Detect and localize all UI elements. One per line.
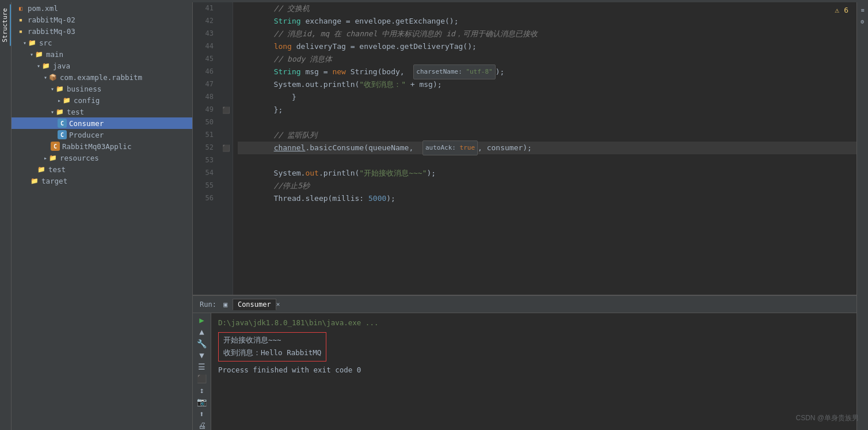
plain-46d: ); (496, 66, 505, 78)
run-wrench-button[interactable]: 🔧 (196, 339, 208, 348)
code-line-42: String exchange = envelope.getExchange()… (238, 15, 856, 28)
gutter-52: ⬛ (222, 142, 231, 154)
folder-icon-main: 📁 (35, 50, 44, 59)
sidebar-item-java[interactable]: ▾ 📁 java (12, 60, 192, 71)
sidebar-label-consumer: Consumer (69, 119, 104, 128)
code-line-44: long deliveryTag = envelope.getDeliveryT… (238, 40, 856, 53)
run-camera-button[interactable]: 📷 (196, 397, 208, 406)
plain-44a (238, 40, 274, 53)
sidebar-item-test[interactable]: ▾ 📁 test (12, 106, 192, 117)
run-print-button[interactable]: 🖨 (196, 421, 208, 430)
gutter-48 (222, 91, 231, 104)
line-num-44: 44 (193, 40, 217, 53)
line-num-53: 53 (193, 154, 217, 167)
sidebar-item-config[interactable]: ▸ 📁 config (12, 94, 192, 106)
code-content-area[interactable]: // 交换机 String exchange = envelope.getExc… (233, 2, 856, 295)
plain-49: }; (238, 104, 283, 116)
sidebar-item-rabbitmq03[interactable]: ▪ rabbitMq-03 (12, 25, 192, 37)
editor-wrapper: ⚠ 6 41 42 43 44 45 46 47 48 49 50 51 52 … (193, 2, 856, 430)
sidebar-item-resources[interactable]: ▸ 📁 resources (12, 152, 192, 163)
vtab-btn-2[interactable]: ⚙ (858, 16, 868, 26)
sidebar-label-business: business (67, 85, 101, 93)
line-num-50: 50 (193, 116, 217, 129)
sidebar-label-rabbitmq03: rabbitMq-03 (28, 27, 75, 36)
run-down-button[interactable]: ▼ (196, 351, 208, 360)
sidebar-item-rabbitmq03applic[interactable]: C RabbitMq03Applic (12, 140, 192, 152)
sidebar-item-consumer[interactable]: C Consumer (12, 117, 192, 129)
gutter-50 (222, 116, 231, 129)
plain-46b: msg = (301, 66, 333, 78)
arrow-right-icon: ▸ (58, 97, 61, 104)
line-num-48: 48 (193, 91, 217, 104)
run-scroll-button[interactable]: ↕ (196, 386, 208, 395)
run-panel: Run: ▣ Consumer ✕ ▶ ▲ 🔧 ▼ ☰ ⬛ ↕ 📷 ⬆ (193, 295, 856, 430)
sidebar-item-testfolder[interactable]: 📁 test (12, 163, 192, 175)
sidebar-item-business[interactable]: ▾ 📁 business (12, 83, 192, 94)
sidebar-item-producer[interactable]: C Producer (12, 129, 192, 140)
folder-icon-java: 📁 (41, 61, 51, 70)
code-line-49: }; (238, 104, 856, 116)
gutter-53 (222, 154, 231, 167)
run-play-button[interactable]: ▶ (196, 315, 208, 325)
plain-42a: exchange = envelope.getExchange(); (301, 15, 459, 28)
gutter-55 (222, 180, 231, 192)
run-tabs-bar: Run: ▣ Consumer ✕ (193, 296, 856, 313)
line-42-content (238, 15, 274, 28)
code-line-45: // body 消息体 (238, 53, 856, 66)
gutter-47 (222, 78, 231, 91)
class-c-blue-icon: C (58, 119, 67, 128)
sidebar-item-target[interactable]: 📁 target (12, 175, 192, 187)
console-icon: ▣ (221, 300, 230, 309)
plain-48: } (238, 91, 296, 104)
vtab-btn-1[interactable]: ≡ (858, 5, 868, 15)
sidebar-label-pom-xml: pom.xml (28, 4, 58, 13)
line-num-56: 56 (193, 192, 217, 205)
sidebar-item-package[interactable]: ▾ 📦 com.example.rabbitm (12, 71, 192, 83)
autoconsume-box: autoAck: true (422, 140, 478, 155)
sidebar-item-rabbitmq02[interactable]: ▪ rabbitMq-02 (12, 14, 192, 25)
plain-54c: ); (427, 167, 436, 180)
run-tab-close[interactable]: ✕ (276, 300, 280, 308)
run-tab-consumer[interactable]: Consumer (233, 299, 276, 310)
gutter-43 (222, 28, 231, 40)
sidebar-label-test: test (67, 108, 84, 116)
sidebar-item-pom-xml[interactable]: ◧ pom.xml (12, 2, 192, 14)
sidebar-label-config: config (74, 96, 100, 105)
sidebar-label-producer: Producer (69, 131, 104, 139)
run-sortup-button[interactable]: ⬆ (196, 409, 208, 418)
code-line-55: //停止5秒 (238, 180, 856, 192)
folder-icon-src: 📁 (28, 38, 37, 47)
line-num-54: 54 (193, 167, 217, 180)
line-num-52: 52 (193, 142, 217, 154)
line-num-46: 46 (193, 66, 217, 78)
plain-47b: + msg); (406, 78, 442, 91)
sidebar-label-src: src (39, 39, 52, 47)
folder-icon-test2: 📁 (37, 165, 46, 174)
comment-51: // 监听队列 (238, 129, 317, 142)
sidebar-item-main[interactable]: ▾ 📁 main (12, 48, 192, 60)
code-line-47: System.out.println("收到消息：" + msg); (238, 78, 856, 91)
output-boxed: 开始接收消息~~~ 收到消息：Hello RabbitMQ (218, 330, 850, 364)
watermark: CSDN @单身贵族男 (795, 413, 859, 423)
run-output[interactable]: D:\java\jdk1.8.0_181\bin\java.exe ... 开始… (211, 313, 856, 430)
run-lines-button[interactable]: ☰ (196, 362, 208, 371)
project-sidebar: ◧ pom.xml ▪ rabbitMq-02 ▪ rabbitMq-03 ▾ … (12, 2, 193, 430)
plain-44b: deliveryTag = envelope.getDeliveryTag(); (292, 40, 477, 53)
structure-tab[interactable]: Structure (0, 5, 11, 46)
arrow-down-icon2: ▾ (30, 51, 33, 58)
sidebar-label-testfolder: test (48, 165, 66, 174)
run-up-button[interactable]: ▲ (196, 327, 208, 336)
code-line-53 (238, 154, 856, 167)
run-stop-button[interactable]: ⬛ (196, 374, 208, 383)
sidebar-label-resources: resources (60, 154, 99, 162)
output-line-start: 开始接收消息~~~ (223, 334, 321, 347)
line-num-51: 51 (193, 129, 217, 142)
module-icon2: ▪ (16, 26, 25, 36)
arrow-right-icon2: ▸ (44, 155, 47, 161)
line-numbers: 41 42 43 44 45 46 47 48 49 50 51 52 53 5… (193, 2, 222, 295)
gutter-46 (222, 66, 231, 78)
line-num-55: 55 (193, 180, 217, 192)
sidebar-item-src[interactable]: ▾ 📁 src (12, 37, 192, 48)
gutter: ⬛ ⬛ (222, 2, 233, 295)
sidebar-label-rabbitmq03applic: RabbitMq03Applic (62, 142, 131, 151)
